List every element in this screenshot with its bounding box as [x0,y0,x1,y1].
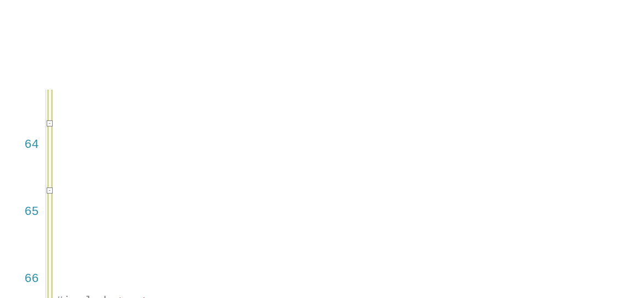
line-number-gutter: 64 65 66 67 68 69 70 71 72 73 74 75 76 [0,90,46,298]
code-editor[interactable]: 64 65 66 67 68 69 70 71 72 73 74 75 76 -… [0,90,644,298]
fold-toggle-icon[interactable]: - [47,187,53,194]
line-number: 65 [10,201,39,224]
preprocessor: #include [56,295,114,298]
line-number: 64 [10,134,39,157]
code-line[interactable] [56,246,644,269]
header-name: <map> [114,295,150,298]
fold-toggle-icon[interactable]: - [47,120,53,126]
code-lines[interactable]: #include<map> #include<string> using nam… [46,224,644,298]
code-line[interactable]: #include<map> [56,291,644,298]
code-area[interactable]: - - #include<map> #include<string> using… [46,90,644,298]
line-number: 66 [10,268,39,291]
